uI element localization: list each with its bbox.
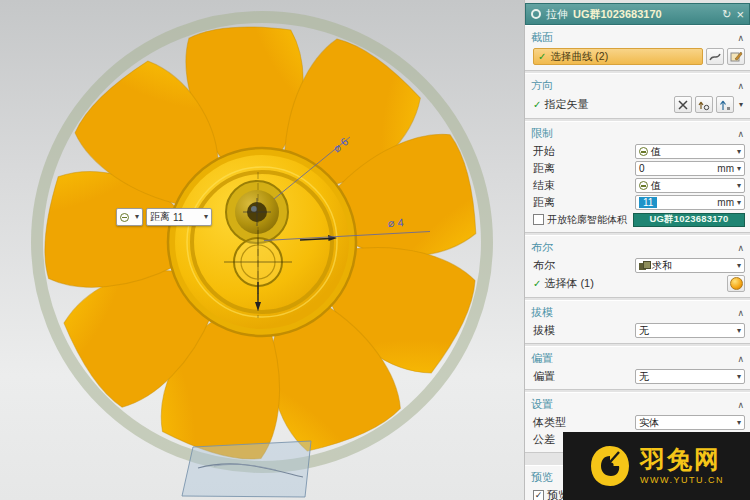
collapse-icon[interactable]: ∧ xyxy=(737,308,744,318)
end-label: 结束 xyxy=(533,178,632,193)
boolean-group-header[interactable]: 布尔 ∧ xyxy=(525,238,750,257)
draft-group-title: 拔模 xyxy=(531,305,737,320)
body-sphere-icon xyxy=(730,277,743,290)
section-group-title: 截面 xyxy=(531,30,737,45)
chevron-down-icon: ▾ xyxy=(737,373,741,381)
draft-group: 拔模 ∧ 拔模 无 ▾ xyxy=(525,300,750,344)
sketch-plane[interactable] xyxy=(182,441,311,497)
distance-field-label: 距离 xyxy=(150,210,170,224)
value-mode-dropdown[interactable]: ▾ xyxy=(116,208,143,226)
vector-axis-button[interactable] xyxy=(716,96,734,113)
boolean-dropdown[interactable]: 求和 ▾ xyxy=(635,258,745,273)
select-curve-field[interactable]: ✓ 选择曲线 (2) xyxy=(533,48,703,65)
body-type-label: 体类型 xyxy=(533,415,632,430)
sketch-pencil-icon xyxy=(730,50,743,63)
check-icon: ✓ xyxy=(533,99,541,110)
open-profile-label: 开放轮廓智能体积 xyxy=(547,213,630,227)
group-id-badge: UG群1023683170 xyxy=(633,213,745,227)
chevron-down-icon[interactable]: ▾ xyxy=(737,101,745,109)
open-profile-checkbox[interactable] xyxy=(533,214,544,225)
watermark-site-name: 羽兔网 xyxy=(640,447,724,472)
draft-label: 拔模 xyxy=(533,323,632,338)
direction-group: 方向 ∧ ✓ 指定矢量 xyxy=(525,73,750,119)
draft-dropdown[interactable]: 无 ▾ xyxy=(635,323,745,338)
select-curve-label: 选择曲线 (2) xyxy=(550,50,608,64)
settings-group-header[interactable]: 设置 ∧ xyxy=(525,395,750,414)
end-mode-value: 值 xyxy=(651,179,661,193)
unite-icon xyxy=(639,261,649,270)
end-mode-dropdown[interactable]: 值 ▾ xyxy=(635,178,745,193)
collapse-icon[interactable]: ∧ xyxy=(737,354,744,364)
section-group-header[interactable]: 截面 ∧ xyxy=(525,28,750,47)
vector-dialog-button[interactable] xyxy=(674,96,692,113)
select-body-label: 选择体 (1) xyxy=(544,276,724,291)
offset-dropdown[interactable]: 无 ▾ xyxy=(635,369,745,384)
curve-rule-button[interactable] xyxy=(706,48,724,65)
end-distance-label: 距离 xyxy=(533,195,632,210)
dimension-dia4-label: ⌀ 4 xyxy=(387,216,403,229)
offset-group-title: 偏置 xyxy=(531,351,737,366)
vector-axis-icon xyxy=(719,99,731,111)
boolean-label: 布尔 xyxy=(533,258,632,273)
collapse-icon[interactable]: ∧ xyxy=(737,243,744,253)
distance-field-value: 11 xyxy=(173,212,201,223)
boolean-group: 布尔 ∧ 布尔 求和 ▾ ✓ 选择体 (1) xyxy=(525,235,750,298)
value-mode-icon xyxy=(639,147,648,156)
limits-group-header[interactable]: 限制 ∧ xyxy=(525,124,750,143)
chevron-down-icon: ▾ xyxy=(737,419,741,427)
start-distance-value: 0 xyxy=(639,163,645,174)
chevron-down-icon: ▾ xyxy=(737,199,741,207)
watermark-banner: 羽兔网 WWW.YUTU.CN xyxy=(563,432,750,500)
collapse-icon[interactable]: ∧ xyxy=(737,81,744,91)
chevron-down-icon: ▾ xyxy=(737,148,741,156)
collapse-icon[interactable]: ∧ xyxy=(737,129,744,139)
watermark-site-url: WWW.YUTU.CN xyxy=(640,476,724,485)
end-distance-field[interactable]: 11 mm ▾ xyxy=(635,195,745,210)
start-distance-unit: mm xyxy=(717,163,734,174)
value-mode-icon xyxy=(639,181,648,190)
reset-icon[interactable]: ↻ xyxy=(722,8,731,21)
onscreen-distance-input: ▾ 距离 11 ▾ xyxy=(116,208,212,226)
nx-application-window: ⌀ 6 ⌀ 4 ▾ 距离 11 ▾ xyxy=(0,0,750,500)
boolean-value: 求和 xyxy=(652,259,672,273)
distance-value-field[interactable]: 距离 11 ▾ xyxy=(146,208,212,226)
select-body-button[interactable] xyxy=(727,275,745,292)
body-type-dropdown[interactable]: 实体 ▾ xyxy=(635,415,745,430)
dialog-title-watermark: UG群1023683170 xyxy=(573,7,717,22)
offset-group-header[interactable]: 偏置 ∧ xyxy=(525,349,750,368)
offset-group: 偏置 ∧ 偏置 无 ▾ xyxy=(525,346,750,390)
dialog-titlebar[interactable]: 拉伸 UG群1023683170 ↻ × xyxy=(525,3,750,25)
dialog-options-icon[interactable] xyxy=(531,9,541,19)
extrude-dialog: 拉伸 UG群1023683170 ↻ × 截面 ∧ ✓ 选择曲线 (2) xyxy=(524,0,750,500)
preview-checkbox[interactable]: ✓ xyxy=(533,490,544,500)
sketch-section-button[interactable] xyxy=(727,48,745,65)
vector-cross-icon xyxy=(677,99,689,111)
chevron-down-icon: ▾ xyxy=(737,327,741,335)
direction-group-header[interactable]: 方向 ∧ xyxy=(525,76,750,95)
draft-group-header[interactable]: 拔模 ∧ xyxy=(525,303,750,322)
collapse-icon[interactable]: ∧ xyxy=(737,400,744,410)
check-icon: ✓ xyxy=(533,278,541,289)
end-distance-unit: mm xyxy=(717,197,734,208)
boolean-group-title: 布尔 xyxy=(531,240,737,255)
vector-flip-button[interactable] xyxy=(695,96,713,113)
dialog-title: 拉伸 xyxy=(546,7,568,22)
start-distance-field[interactable]: 0 mm ▾ xyxy=(635,161,745,176)
close-icon[interactable]: × xyxy=(736,7,744,22)
collapse-icon[interactable]: ∧ xyxy=(737,33,744,43)
model-viewport[interactable]: ⌀ 6 ⌀ 4 ▾ 距离 11 ▾ xyxy=(0,0,524,500)
hub-center-boss[interactable] xyxy=(226,181,288,243)
offset-value: 无 xyxy=(639,370,649,384)
curve-icon xyxy=(709,51,721,63)
section-group: 截面 ∧ ✓ 选择曲线 (2) xyxy=(525,25,750,71)
limits-group-title: 限制 xyxy=(531,126,737,141)
settings-group-title: 设置 xyxy=(531,397,737,412)
offset-label: 偏置 xyxy=(533,369,632,384)
limits-group: 限制 ∧ 开始 值 ▾ 距离 0 mm ▾ xyxy=(525,121,750,233)
start-mode-dropdown[interactable]: 值 ▾ xyxy=(635,144,745,159)
draft-value: 无 xyxy=(639,324,649,338)
start-mode-value: 值 xyxy=(651,145,661,159)
value-mode-icon xyxy=(120,213,129,222)
chevron-down-icon: ▾ xyxy=(135,213,139,221)
check-icon: ✓ xyxy=(538,51,546,62)
